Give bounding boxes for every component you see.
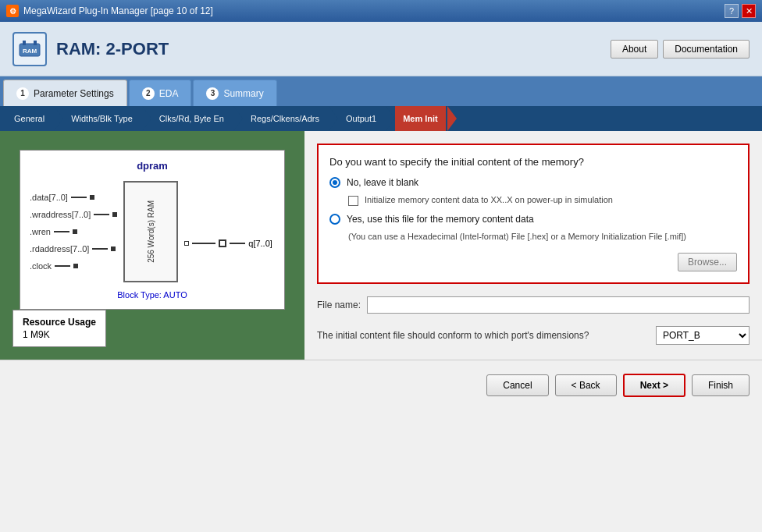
suboption-label: Initialize memory content data to XX..X … (365, 194, 613, 206)
option1-label: No, leave it blank (347, 177, 418, 188)
tab-label-1: Parameter Settings (34, 88, 114, 99)
resource-title: Resource Usage (23, 317, 96, 328)
app-icon: ⚙ (6, 5, 19, 17)
svg-rect-1 (23, 41, 26, 45)
footer: Cancel < Back Next > Finish (0, 360, 762, 410)
header: RAM RAM: 2-PORT About Documentation (0, 22, 762, 76)
nav-mem-init[interactable]: Mem Init (395, 106, 446, 131)
next-button[interactable]: Next > (623, 374, 685, 397)
left-panel: dpram .data[7..0] .wraddress[7..0] .wren (0, 131, 304, 360)
diagram-ports-right: q[7..0] (184, 215, 272, 248)
option1-radio[interactable] (329, 177, 340, 188)
tabs-bar: 1 Parameter Settings 2 EDA 3 Summary (0, 76, 762, 106)
nav-arrow-6 (447, 106, 457, 131)
documentation-button[interactable]: Documentation (663, 40, 750, 59)
nav-clks-label: Clks/Rd, Byte En (159, 114, 224, 123)
tab-number-3: 3 (206, 87, 219, 100)
port-q-label: q[7..0] (248, 239, 272, 248)
tab-number-2: 2 (142, 87, 155, 100)
option2-radio[interactable] (329, 214, 340, 225)
port-question: The initial content file should conform … (317, 330, 650, 341)
option2-row[interactable]: Yes, use this file for the memory conten… (329, 214, 737, 225)
port-wraddress-label: .wraddress[7..0] (30, 210, 91, 219)
option2-detail: (You can use a Hexadecimal (Intel-format… (348, 232, 686, 241)
question-text: Do you want to specify the initial conte… (329, 156, 737, 168)
back-button[interactable]: < Back (555, 374, 617, 396)
tab-eda[interactable]: 2 EDA (129, 80, 192, 106)
option2-label: Yes, use this file for the memory conten… (347, 214, 534, 225)
port-clock: .clock (30, 261, 117, 271)
nav-arrow-3 (233, 106, 243, 131)
nav-mem-init-label: Mem Init (403, 114, 438, 123)
port-wren: .wren (30, 227, 117, 236)
help-button[interactable]: ? (725, 4, 739, 18)
logo-icon: RAM (12, 32, 47, 66)
tab-label-3: Summary (223, 88, 263, 99)
tab-summary[interactable]: 3 Summary (193, 80, 276, 106)
svg-rect-2 (34, 41, 37, 45)
chip: 256 Word(s) RAM (123, 181, 178, 282)
nav-widths-label: Widths/Blk Type (71, 114, 133, 123)
about-button[interactable]: About (611, 40, 658, 59)
svg-text:RAM: RAM (23, 48, 37, 55)
title-bar: ⚙ MegaWizard Plug-In Manager [page 10 of… (0, 0, 762, 22)
nav-arrow-4 (329, 106, 338, 131)
nav-output1[interactable]: Output1 (338, 106, 384, 131)
tab-parameter-settings[interactable]: 1 Parameter Settings (3, 80, 127, 106)
block-type-label: Block Type: AUTO (30, 290, 275, 300)
nav-general[interactable]: General (6, 106, 52, 131)
port-data-label: .data[7..0] (30, 193, 68, 202)
port-rdaddress-label: .rdaddress[7..0] (30, 244, 89, 254)
nav-widths[interactable]: Widths/Blk Type (63, 106, 141, 131)
port-wren-label: .wren (30, 227, 51, 236)
nav-bar: General Widths/Blk Type Clks/Rd, Byte En… (0, 106, 762, 131)
nav-general-label: General (14, 114, 45, 123)
file-section: File name: (317, 296, 750, 314)
nav-clks[interactable]: Clks/Rd, Byte En (151, 106, 232, 131)
nav-arrow-5 (386, 106, 395, 131)
close-button[interactable]: ✕ (742, 4, 756, 18)
tab-number-1: 1 (16, 87, 29, 100)
chip-label: 256 Word(s) RAM (147, 200, 155, 263)
nav-output1-label: Output1 (346, 114, 376, 123)
cancel-button[interactable]: Cancel (486, 374, 548, 396)
file-input[interactable] (367, 296, 750, 314)
port-section: The initial content file should conform … (317, 326, 750, 345)
port-data: .data[7..0] (30, 193, 117, 202)
diagram-ports-left: .data[7..0] .wraddress[7..0] .wren (30, 193, 117, 271)
browse-button[interactable]: Browse... (678, 253, 737, 271)
port-wraddress: .wraddress[7..0] (30, 210, 117, 219)
port-select[interactable]: PORT_B PORT_A (656, 326, 750, 345)
suboption-row: Initialize memory content data to XX..X … (348, 194, 737, 206)
suboption-checkbox[interactable] (348, 196, 358, 206)
nav-regs[interactable]: Regs/Clkens/Adrs (243, 106, 327, 131)
port-rdaddress: .rdaddress[7..0] (30, 244, 117, 254)
resource-value: 1 M9K (23, 329, 96, 340)
app-title: RAM: 2-PORT (56, 39, 169, 59)
diagram-title: dpram (30, 160, 275, 172)
nav-regs-label: Regs/Clkens/Adrs (251, 114, 319, 123)
nav-arrow-1 (54, 106, 63, 131)
finish-button[interactable]: Finish (692, 374, 750, 396)
question-box: Do you want to specify the initial conte… (317, 144, 750, 284)
file-label: File name: (317, 300, 361, 310)
option1-row[interactable]: No, leave it blank (329, 177, 737, 188)
nav-arrow-2 (142, 106, 151, 131)
port-clock-label: .clock (30, 261, 52, 271)
diagram-box: dpram .data[7..0] .wraddress[7..0] .wren (20, 150, 285, 310)
tab-label-2: EDA (159, 88, 179, 99)
right-panel: Do you want to specify the initial conte… (304, 131, 762, 360)
resource-box: Resource Usage 1 M9K (12, 310, 106, 347)
window-title: MegaWizard Plug-In Manager [page 10 of 1… (23, 5, 213, 16)
